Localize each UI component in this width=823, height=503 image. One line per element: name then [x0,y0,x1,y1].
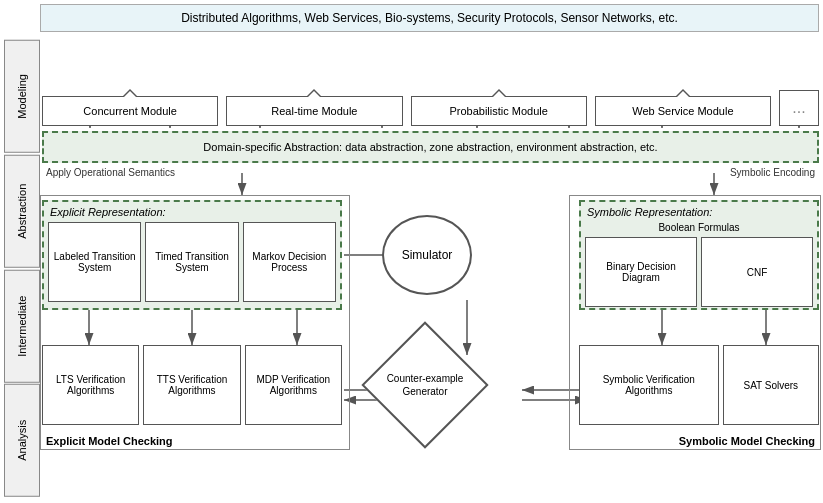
explicit-inner-boxes: Labeled Transition System Timed Transiti… [48,222,336,302]
modeling-row: Concurrent Module Real-time Module Proba… [42,40,819,130]
label-abstraction: Abstraction [4,155,40,268]
abstraction-labels: Apply Operational Semantics Symbolic Enc… [42,165,819,180]
explicit-analysis: LTS Verification Algorithms TTS Verifica… [42,345,342,425]
explicit-model-checking-label: Explicit Model Checking [46,435,173,447]
symbolic-analysis: Symbolic Verification Algorithms SAT Sol… [579,345,819,425]
explicit-box: Explicit Representation: Labeled Transit… [42,200,342,310]
top-banner: Distributed Algorithms, Web Services, Bi… [40,4,819,32]
diagram-container: Distributed Algorithms, Web Services, Bi… [0,0,823,503]
bottom-labels: Explicit Model Checking Symbolic Model C… [42,435,819,447]
symbolic-inner-boxes: Binary Decision Diagram CNF [585,237,813,307]
operational-semantics-label: Apply Operational Semantics [46,167,175,178]
label-modeling: Modeling [4,40,40,153]
sat-box: SAT Solvers [723,345,819,425]
banner-text: Distributed Algorithms, Web Services, Bi… [181,11,678,25]
counter-example-text: Counter-example Generator [370,372,480,398]
side-labels: Modeling Abstraction Intermediate Analys… [4,40,40,499]
mdp-box: Markov Decision Process [243,222,336,302]
mdp-alg-box: MDP Verification Algorithms [245,345,342,425]
symbolic-box: Symbolic Representation: Boolean Formula… [579,200,819,310]
boolean-label: Boolean Formulas [585,222,813,233]
counter-example-generator: Counter-example Generator [370,340,480,430]
analysis-row: LTS Verification Algorithms TTS Verifica… [42,345,819,465]
concurrent-module: Concurrent Module [42,96,218,126]
simulator: Simulator [382,215,472,295]
main-area: Concurrent Module Real-time Module Proba… [42,40,819,499]
label-intermediate: Intermediate [4,270,40,383]
lts-box: Labeled Transition System [48,222,141,302]
abstraction-row: Domain-specific Abstraction: data abstra… [42,130,819,180]
explicit-title: Explicit Representation: [48,206,336,218]
bdd-box: Binary Decision Diagram [585,237,697,307]
sym-alg-box: Symbolic Verification Algorithms [579,345,719,425]
probabilistic-module: Probabilistic Module [411,96,587,126]
realtime-module: Real-time Module [226,96,402,126]
abstraction-box: Domain-specific Abstraction: data abstra… [42,131,819,163]
symbolic-title: Symbolic Representation: [585,206,813,218]
dots-module: ... [779,90,819,126]
intermediate-row: Explicit Representation: Labeled Transit… [42,200,819,330]
symbolic-model-checking-label: Symbolic Model Checking [679,435,815,447]
label-analysis: Analysis [4,384,40,497]
symbolic-encoding-label: Symbolic Encoding [730,167,815,178]
tts-alg-box: TTS Verification Algorithms [143,345,240,425]
cnf-box: CNF [701,237,813,307]
webservice-module: Web Service Module [595,96,771,126]
tts-box: Timed Transition System [145,222,238,302]
lts-alg-box: LTS Verification Algorithms [42,345,139,425]
